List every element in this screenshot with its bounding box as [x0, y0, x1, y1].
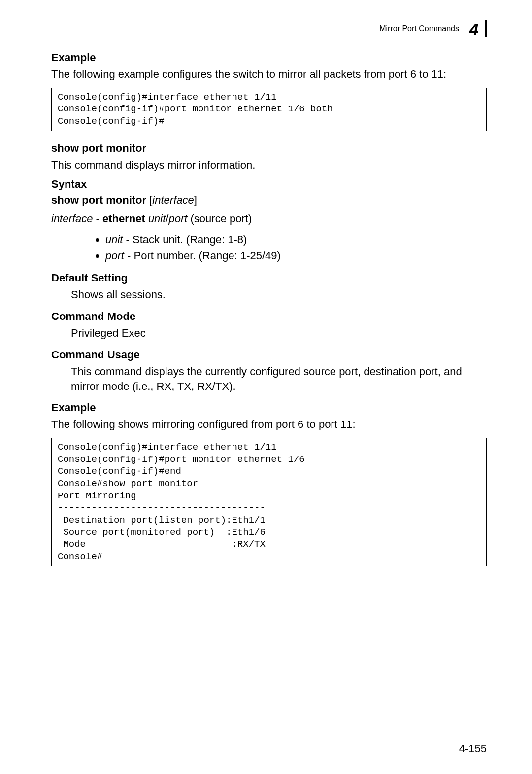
syntax-bullets: unit - Stack unit. (Range: 1-8) port - P…	[51, 231, 487, 264]
code-block-1: Console(config)#interface ethernet 1/11 …	[51, 88, 487, 131]
command-name: show port monitor	[51, 142, 487, 155]
default-setting-heading: Default Setting	[51, 272, 487, 284]
page-header: Mirror Port Commands 4	[51, 20, 487, 37]
list-item: port - Port number. (Range: 1-25/49)	[105, 247, 487, 264]
example-description: The following example configures the swi…	[51, 67, 487, 82]
syntax-heading: Syntax	[51, 178, 487, 191]
command-usage-text: This command displays the currently conf…	[71, 364, 487, 393]
svg-rect-0	[485, 20, 487, 37]
code-block-2: Console(config)#interface ethernet 1/11 …	[51, 438, 487, 566]
command-mode-text: Privileged Exec	[71, 326, 487, 341]
example2-description: The following shows mirroring configured…	[51, 417, 487, 432]
list-item: unit - Stack unit. (Range: 1-8)	[105, 231, 487, 247]
command-mode-heading: Command Mode	[51, 310, 487, 323]
example-heading: Example	[51, 51, 487, 64]
chapter-number-icon: 4	[466, 20, 487, 37]
example2-heading: Example	[51, 401, 487, 414]
syntax-sub: interface - ethernet unit/port (source p…	[51, 212, 487, 225]
syntax-main: show port monitor [interface]	[51, 194, 487, 207]
header-title: Mirror Port Commands	[379, 24, 459, 33]
page-number: 4-155	[459, 742, 487, 755]
svg-text:4: 4	[469, 20, 479, 37]
default-setting-text: Shows all sessions.	[71, 287, 487, 302]
command-description: This command displays mirror information…	[51, 158, 487, 173]
command-usage-heading: Command Usage	[51, 349, 487, 361]
